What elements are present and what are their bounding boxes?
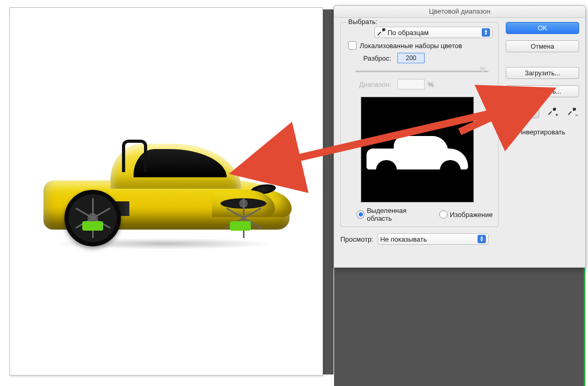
selection-preview bbox=[361, 97, 474, 202]
invert-checkbox[interactable] bbox=[506, 128, 514, 136]
color-range-dialog: Цветовой диапазон Выбрать: По образцам ▲… bbox=[334, 5, 586, 268]
radio-image[interactable] bbox=[439, 210, 448, 219]
dropdown-arrows-icon: ▲▼ bbox=[478, 235, 486, 243]
cancel-button[interactable]: Отмена bbox=[506, 40, 579, 52]
fuzziness-label: Разброс: bbox=[346, 54, 391, 62]
fuzziness-input[interactable]: 200 bbox=[397, 53, 425, 63]
eyedropper-minus-icon: − bbox=[568, 108, 576, 116]
dialog-title: Цветовой диапазон bbox=[334, 6, 585, 18]
radio-selection[interactable] bbox=[357, 210, 364, 219]
range-input bbox=[397, 79, 425, 89]
preview-dropdown[interactable]: Не показывать ▲▼ bbox=[378, 233, 489, 245]
save-button[interactable]: Сохранить... bbox=[506, 85, 579, 97]
canvas-image-car bbox=[43, 140, 290, 246]
preview-value: Не показывать bbox=[380, 235, 478, 243]
select-dropdown[interactable]: По образцам ▲▼ bbox=[374, 27, 493, 38]
range-unit: % bbox=[428, 81, 434, 88]
select-group: Выбрать: По образцам ▲▼ Локализованные н… bbox=[340, 22, 498, 227]
eyedropper-icon bbox=[528, 108, 536, 116]
preview-label: Просмотр: bbox=[340, 235, 373, 243]
localized-sets-checkbox[interactable] bbox=[348, 41, 357, 50]
dropdown-arrows-icon: ▲▼ bbox=[482, 28, 490, 37]
fuzziness-slider[interactable] bbox=[356, 66, 489, 76]
preview-car-silhouette bbox=[367, 135, 468, 179]
radio-selection-label: Выделенная область bbox=[367, 207, 431, 222]
localized-sets-label: Локализованные наборы цветов bbox=[360, 42, 462, 50]
select-label: Выбрать: bbox=[346, 18, 380, 26]
eyedropper-add-tool[interactable]: + bbox=[545, 106, 559, 118]
eyedropper-tool[interactable] bbox=[525, 106, 539, 118]
ok-button[interactable]: OK bbox=[506, 22, 579, 34]
invert-label: Инвертировать bbox=[517, 128, 565, 136]
eyedropper-plus-icon: + bbox=[548, 108, 556, 116]
load-button[interactable]: Загрузить... bbox=[506, 67, 579, 79]
eyedropper-icon bbox=[377, 28, 385, 37]
select-value: По образцам bbox=[387, 29, 482, 37]
app-background-strip bbox=[323, 9, 334, 374]
app-background-panel bbox=[334, 267, 585, 386]
slider-thumb-icon[interactable] bbox=[479, 67, 486, 73]
range-label: Диапазон: bbox=[346, 81, 391, 88]
radio-image-label: Изображение bbox=[450, 211, 493, 219]
document-canvas[interactable] bbox=[9, 7, 323, 376]
eyedropper-subtract-tool[interactable]: − bbox=[564, 106, 579, 118]
